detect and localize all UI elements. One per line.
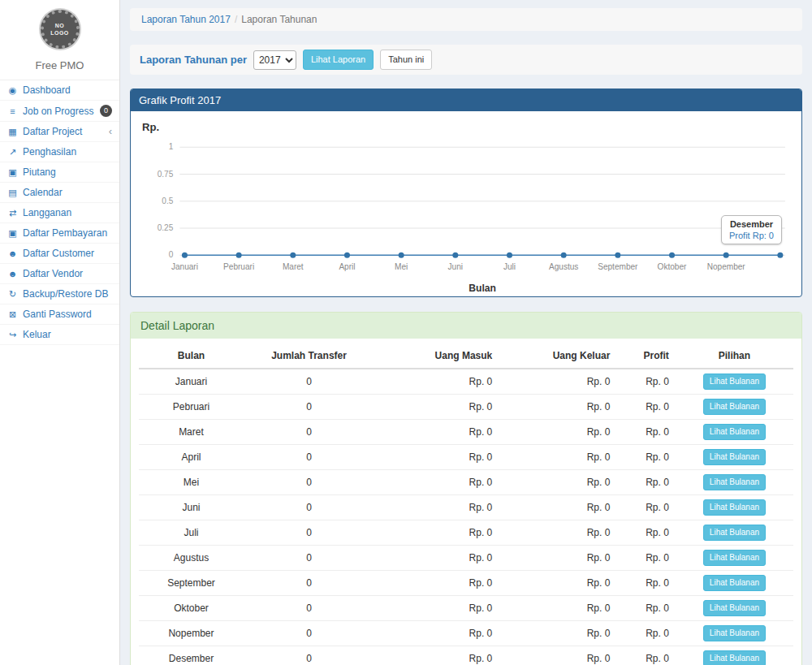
x-tick-label: Agustus: [549, 263, 578, 272]
x-tick-label: April: [339, 263, 355, 272]
lihat-bulanan-button[interactable]: Lihat Bulanan: [703, 474, 766, 490]
calendar-icon: ▤: [7, 187, 18, 198]
detail-table: BulanJumlah TransferUang MasukUang Kelua…: [139, 343, 793, 665]
lihat-bulanan-button[interactable]: Lihat Bulanan: [703, 625, 766, 641]
x-tick-label: Nopember: [707, 263, 746, 272]
sidebar-item-daftar-vendor[interactable]: ☻Daftar Vendor: [0, 264, 119, 284]
sidebar-item-label: Daftar Pembayaran: [23, 227, 112, 239]
lihat-bulanan-button[interactable]: Lihat Bulanan: [703, 449, 766, 465]
app-logo: NO LOGO: [0, 0, 119, 52]
table-row: Nopember0Rp. 0Rp. 0Rp. 0Lihat Bulanan: [139, 621, 793, 646]
cell-month: Nopember: [139, 621, 244, 646]
main-content: Laporan Tahun 2017/Laporan Tahunan Lapor…: [120, 0, 812, 665]
cell-in: Rp. 0: [374, 470, 499, 495]
sidebar-item-piutang[interactable]: ▣Piutang: [0, 162, 119, 183]
lihat-bulanan-button[interactable]: Lihat Bulanan: [703, 600, 766, 616]
lihat-laporan-button[interactable]: Lihat Laporan: [303, 50, 374, 70]
profit-chart-panel: Grafik Profit 2017 Rp.00.250.50.751Janua…: [130, 89, 802, 297]
money-icon: ▣: [7, 166, 18, 178]
data-point: [777, 253, 783, 258]
cell-action: Lihat Bulanan: [676, 646, 793, 665]
y-tick-label: 0.5: [162, 196, 173, 205]
sidebar-item-backup-restore-db[interactable]: ↻Backup/Restore DB: [0, 284, 119, 304]
lihat-bulanan-button[interactable]: Lihat Bulanan: [703, 499, 766, 516]
detail-panel-title: Detail Laporan: [131, 313, 801, 339]
cell-in: Rp. 0: [374, 520, 499, 546]
sidebar-item-label: Keluar: [23, 329, 112, 340]
sidebar-item-daftar-customer[interactable]: ☻Daftar Customer: [0, 244, 119, 264]
cell-profit: Rp. 0: [616, 571, 676, 596]
cell-transfer: 0: [244, 445, 374, 470]
tahun-ini-button[interactable]: Tahun ini: [380, 50, 432, 70]
cell-out: Rp. 0: [499, 369, 616, 395]
column-header: Bulan: [139, 343, 244, 369]
chart-tooltip: Desember Profit Rp: 0: [721, 215, 782, 244]
breadcrumb-link[interactable]: Laporan Tahun 2017: [141, 14, 231, 25]
cell-out: Rp. 0: [499, 420, 616, 445]
x-axis-title: Bulan: [469, 283, 496, 294]
cell-out: Rp. 0: [499, 395, 616, 420]
table-row: Mei0Rp. 0Rp. 0Rp. 0Lihat Bulanan: [139, 470, 793, 495]
cell-action: Lihat Bulanan: [676, 520, 793, 546]
cell-action: Lihat Bulanan: [676, 420, 793, 445]
cell-out: Rp. 0: [499, 445, 616, 470]
table-row: Agustus0Rp. 0Rp. 0Rp. 0Lihat Bulanan: [139, 546, 793, 571]
cell-transfer: 0: [244, 420, 374, 445]
cell-transfer: 0: [244, 395, 374, 420]
sidebar-item-label: Penghasilan: [23, 146, 112, 158]
breadcrumb-current: Laporan Tahunan: [241, 14, 317, 25]
lihat-bulanan-button[interactable]: Lihat Bulanan: [703, 399, 766, 415]
lihat-bulanan-button[interactable]: Lihat Bulanan: [703, 550, 766, 566]
lihat-bulanan-button[interactable]: Lihat Bulanan: [703, 525, 766, 541]
subscription-icon: ⇄: [7, 207, 18, 218]
year-select[interactable]: 2017: [253, 50, 296, 70]
detail-report-panel: Detail Laporan BulanJumlah TransferUang …: [130, 312, 802, 665]
data-point: [344, 253, 350, 258]
data-point: [507, 253, 512, 258]
cell-month: Mei: [139, 470, 244, 495]
column-header: Jumlah Transfer: [244, 343, 374, 369]
cell-action: Lihat Bulanan: [676, 621, 793, 646]
cell-profit: Rp. 0: [616, 470, 676, 495]
sidebar-item-daftar-project[interactable]: ▦Daftar Project‹: [0, 122, 119, 142]
x-tick-label: Oktober: [658, 263, 687, 272]
sidebar-item-daftar-pembayaran[interactable]: ▣Daftar Pembayaran: [0, 223, 119, 244]
sidebar-item-label: Backup/Restore DB: [23, 288, 112, 300]
cell-month: Januari: [139, 369, 244, 395]
cell-out: Rp. 0: [499, 621, 616, 646]
sidebar-item-dashboard[interactable]: ◉Dashboard: [0, 80, 119, 101]
sidebar-item-label: Daftar Vendor: [23, 268, 112, 279]
x-tick-label: Pebruari: [223, 263, 254, 272]
cell-in: Rp. 0: [374, 495, 499, 520]
app-window: NO LOGO Free PMO ◉Dashboard≡Job on Progr…: [0, 0, 812, 665]
cell-out: Rp. 0: [499, 596, 616, 621]
tooltip-value: Profit Rp: 0: [729, 231, 774, 240]
sidebar-item-keluar[interactable]: ↪Keluar: [0, 325, 119, 345]
sidebar-item-ganti-password[interactable]: ⊠Ganti Password: [0, 304, 119, 325]
lihat-bulanan-button[interactable]: Lihat Bulanan: [703, 374, 766, 390]
sidebar-item-penghasilan[interactable]: ↗Penghasilan: [0, 142, 119, 162]
table-row: Oktober0Rp. 0Rp. 0Rp. 0Lihat Bulanan: [139, 596, 793, 621]
sidebar-item-calendar[interactable]: ▤Calendar: [0, 183, 119, 203]
lihat-bulanan-button[interactable]: Lihat Bulanan: [703, 424, 766, 440]
cell-action: Lihat Bulanan: [676, 470, 793, 495]
cell-out: Rp. 0: [499, 495, 616, 520]
table-row: Januari0Rp. 0Rp. 0Rp. 0Lihat Bulanan: [139, 369, 793, 395]
cell-action: Lihat Bulanan: [676, 445, 793, 470]
payment-icon: ▣: [7, 227, 18, 239]
sidebar-item-label: Dashboard: [23, 84, 112, 96]
sidebar-item-job-on-progress[interactable]: ≡Job on Progress0: [0, 101, 119, 122]
cell-in: Rp. 0: [374, 621, 499, 646]
tooltip-month: Desember: [729, 219, 774, 229]
lihat-bulanan-button[interactable]: Lihat Bulanan: [703, 650, 766, 665]
table-header-row: BulanJumlah TransferUang MasukUang Kelua…: [139, 343, 793, 369]
lihat-bulanan-button[interactable]: Lihat Bulanan: [703, 575, 766, 591]
cell-transfer: 0: [244, 495, 374, 520]
sidebar-item-langganan[interactable]: ⇄Langganan: [0, 203, 119, 223]
cell-transfer: 0: [244, 571, 374, 596]
x-tick-label: Maret: [283, 263, 304, 272]
column-header: Uang Masuk: [374, 343, 499, 369]
dashboard-icon: ◉: [7, 84, 18, 96]
data-point: [669, 253, 675, 258]
seal-text-line1: NO: [55, 22, 65, 29]
